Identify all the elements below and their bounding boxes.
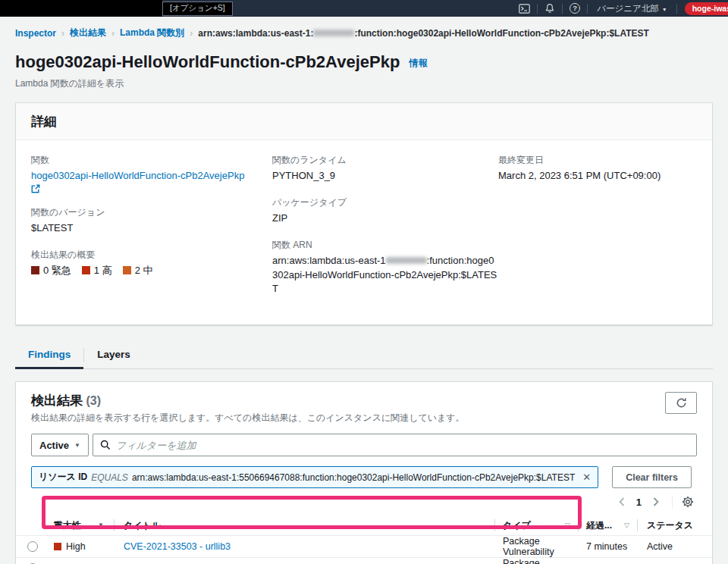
topbar-divider <box>676 4 677 14</box>
details-body: 関数 hoge0302api-HelloWorldFunction-cPb2Av… <box>16 140 712 324</box>
filter-row: Active ▼ <box>16 425 712 456</box>
token-value: arn:aws:lambda:us-east-1:550669467088:fu… <box>132 472 575 483</box>
severity-legend: 0 緊急 1 高 2 中 <box>31 264 272 277</box>
column-header-status[interactable]: ステータス <box>638 519 712 531</box>
resource-id-filter-token: リソース ID EQUALS arn:aws:lambda:us-east-1:… <box>31 466 598 488</box>
breadcrumb: Inspector › 検出結果 › Lambda 関数別 › arn:aws:… <box>15 27 713 39</box>
finding-type: Package Vulnerability <box>495 536 579 557</box>
field-function-arn: 関数 ARN arn:aws:lambda:us-east-1:function… <box>272 239 498 297</box>
findings-table: 重大性 ▼ タイトル タイプ ▽ 経過... ▽ ステータス High CVE-… <box>16 515 712 564</box>
breadcrumb-current-arn: arn:aws:lambda:us-east-1::function:hoge0… <box>198 28 649 39</box>
cloudshell-icon[interactable] <box>512 4 537 14</box>
status-filter-value: Active <box>39 440 69 451</box>
tab-findings[interactable]: Findings <box>15 342 83 368</box>
pagination: 1 <box>16 488 712 515</box>
previous-page-icon[interactable] <box>612 497 632 506</box>
chevron-down-icon: ▼ <box>662 7 667 12</box>
breadcrumb-findings[interactable]: 検出結果 <box>70 27 106 39</box>
field-last-modified: 最終変更日 March 2, 2023 6:51 PM (UTC+09:00) <box>498 154 697 183</box>
severity-swatch <box>54 543 61 550</box>
tab-layers[interactable]: Layers <box>84 342 143 368</box>
severity-critical-swatch <box>31 266 39 274</box>
finding-status: Active <box>638 541 712 552</box>
findings-description: 検出結果の詳細を表示する行を選択します。すべての検出結果は、このインスタンスに関… <box>31 412 665 425</box>
region-label: バージニア北部 <box>597 4 659 13</box>
field-label: 関数のバージョン <box>31 206 272 219</box>
finding-type: Package Vulnerability <box>495 558 579 564</box>
field-version: 関数のバージョン $LATEST <box>31 206 272 236</box>
details-card-header: 詳細 <box>16 103 712 140</box>
tab-bar: Findings Layers <box>15 342 713 369</box>
findings-count: (3) <box>86 394 101 407</box>
severity-high: 1 高 <box>82 264 112 277</box>
column-header-severity[interactable]: 重大性 ▼ <box>46 519 115 531</box>
token-key: リソース ID <box>39 471 87 484</box>
field-findings-summary: 検出結果の概要 0 緊急 1 高 2 中 <box>31 249 272 277</box>
clear-filters-button[interactable]: Clear filters <box>612 466 692 488</box>
field-label: 最終変更日 <box>498 154 697 167</box>
breadcrumb-by-lambda[interactable]: Lambda 関数別 <box>120 27 184 39</box>
breadcrumb-inspector[interactable]: Inspector <box>15 28 56 39</box>
sort-icon: ▽ <box>624 519 629 531</box>
table-row[interactable]: High CVE-2021-33503 - urllib3 Package Vu… <box>16 536 712 558</box>
field-label: 関数 ARN <box>272 239 498 252</box>
function-arn-value: arn:aws:lambda:us-east-1:function:hoge03… <box>272 254 498 297</box>
user-account-badge[interactable]: hoge-iwas <box>685 2 728 15</box>
page-subtitle: Lambda 関数の詳細を表示 <box>15 77 713 90</box>
filter-search-box[interactable] <box>93 434 697 456</box>
breadcrumb-separator: › <box>111 28 115 39</box>
next-page-icon[interactable] <box>646 497 666 506</box>
refresh-button[interactable] <box>665 392 697 414</box>
help-icon[interactable]: ? <box>563 3 587 14</box>
column-header-type[interactable]: タイプ ▽ <box>495 519 579 531</box>
severity-label: High <box>66 541 86 552</box>
row-radio-button[interactable] <box>27 541 38 552</box>
search-icon <box>100 440 111 450</box>
page-header: hoge0302api-HelloWorldFunction-cPb2Aveje… <box>15 52 713 90</box>
external-link-icon <box>31 184 272 193</box>
search-shortcut-hint[interactable]: [オプション+S] <box>162 2 233 16</box>
info-link[interactable]: 情報 <box>410 58 428 68</box>
field-package-type: パッケージタイプ ZIP <box>272 196 498 226</box>
table-row[interactable]: Medium CVE-2020-26137 - urllib3 Package … <box>16 558 712 564</box>
question-mark-glyph: ? <box>570 3 580 14</box>
page-number[interactable]: 1 <box>632 497 646 508</box>
severity-medium-swatch <box>123 266 131 274</box>
sort-icon: ▽ <box>565 519 570 531</box>
breadcrumb-separator: › <box>190 28 193 39</box>
field-label: 検出結果の概要 <box>31 249 272 262</box>
breadcrumb-separator: › <box>61 28 64 39</box>
top-navigation-bar: [オプション+S] ? バージニア北部▼ hoge-iwas <box>0 0 728 17</box>
column-header-title[interactable]: タイトル <box>115 519 495 531</box>
findings-title: 検出結果 <box>31 393 83 408</box>
severity-medium: 2 中 <box>123 264 153 277</box>
field-value: March 2, 2023 6:51 PM (UTC+09:00) <box>498 169 697 183</box>
finding-age: 7 minutes <box>579 541 638 552</box>
filter-search-input[interactable] <box>116 440 689 451</box>
column-header-age[interactable]: 経過... ▽ <box>579 519 638 531</box>
details-card: 詳細 関数 hoge0302api-HelloWorldFunction-cPb… <box>15 102 713 325</box>
table-settings-gear-icon[interactable] <box>679 496 697 508</box>
status-filter-select[interactable]: Active ▼ <box>31 434 89 456</box>
function-link[interactable]: hoge0302api-HelloWorldFunction-cPb2Aveje… <box>31 170 272 193</box>
token-remove-icon[interactable]: ✕ <box>582 472 591 483</box>
redacted-region <box>0 0 162 17</box>
table-header-row: 重大性 ▼ タイトル タイプ ▽ 経過... ▽ ステータス <box>16 515 712 536</box>
findings-header: 検出結果 (3) 検出結果の詳細を表示する行を選択します。すべての検出結果は、こ… <box>16 382 712 425</box>
page-title: hoge0302api-HelloWorldFunction-cPb2Aveje… <box>15 52 400 71</box>
severity-critical: 0 緊急 <box>31 264 71 277</box>
field-value: ZIP <box>272 212 498 226</box>
region-selector[interactable]: バージニア北部▼ <box>588 3 676 14</box>
filter-token-row: リソース ID EQUALS arn:aws:lambda:us-east-1:… <box>16 456 712 488</box>
field-label: 関数のランタイム <box>272 154 498 167</box>
field-label: パッケージタイプ <box>272 196 498 209</box>
field-runtime: 関数のランタイム PYTHON_3_9 <box>272 154 498 183</box>
field-value: $LATEST <box>31 221 272 236</box>
notifications-bell-icon[interactable] <box>538 3 562 14</box>
findings-card: 検出結果 (3) 検出結果の詳細を表示する行を選択します。すべての検出結果は、こ… <box>15 381 713 564</box>
field-value: PYTHON_3_9 <box>272 169 498 183</box>
details-column-3: 最終変更日 March 2, 2023 6:51 PM (UTC+09:00) <box>498 154 697 309</box>
details-heading: 詳細 <box>31 114 57 129</box>
finding-title-link[interactable]: CVE-2021-33503 - urllib3 <box>124 541 495 552</box>
redacted-account-id <box>386 257 427 264</box>
